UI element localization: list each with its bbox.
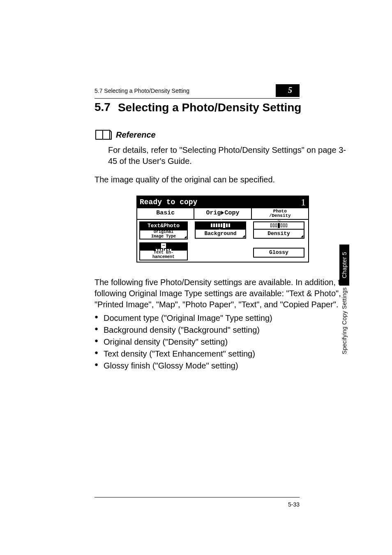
section-number: 5.7 [95, 101, 111, 114]
side-tab: Specifying Copy Settings Chapter 5 [339, 244, 349, 360]
corner-icon [184, 236, 187, 238]
lcd-tab-density-label: /Density [252, 214, 308, 218]
left-arrow-icon: ◁ [219, 219, 221, 223]
lcd-status-text: Ready to copy [140, 198, 197, 206]
page-number: 5-33 [288, 501, 300, 508]
lcd-tab-basic[interactable]: Basic [137, 208, 194, 219]
chapter-badge: 5 [276, 84, 300, 97]
lcd-tab-row: Basic OrigCopy Photo /Density [137, 208, 308, 220]
reference-heading: Reference [95, 129, 351, 141]
lcd-textphoto-indicator: Text&Photo [139, 221, 188, 230]
lcd-original-image-type-button[interactable]: Original Image Type [139, 230, 188, 240]
reference-label: Reference [116, 130, 156, 140]
after-paragraph: The following five Photo/Density setting… [95, 277, 351, 310]
lcd-tab-basic-label: Basic [156, 210, 175, 216]
lcd-background-label: Background [204, 231, 236, 237]
lcd-body: Text&Photo Original Image Type ◁ ▷ [137, 220, 308, 262]
meter-bars [270, 223, 287, 228]
lcd-tab-copy-label: Copy [224, 210, 239, 216]
lcd-tab-photo-density[interactable]: Photo /Density [252, 208, 308, 219]
lcd-tab-orig-copy[interactable]: OrigCopy [194, 208, 251, 219]
lcd-density-label: Density [267, 231, 290, 237]
list-item: Background density ("Background" setting… [95, 324, 351, 336]
list-item: Text density ("Text Enhancement" setting… [95, 348, 351, 360]
lcd-screenshot: Ready to copy 1 Basic OrigCopy Photo /De… [136, 196, 309, 263]
section-title: Selecting a Photo/Density Setting [118, 101, 302, 115]
list-item: Document type ("Original Image" Type set… [95, 312, 351, 324]
running-header: 5.7 Selecting a Photo/Density Setting 5 [95, 84, 300, 99]
intro-text: The image quality of the original can be… [95, 174, 351, 185]
lcd-background-button[interactable]: Background [195, 230, 246, 239]
page: 5.7 Selecting a Photo/Density Setting 5 … [0, 0, 392, 555]
lcd-density-meter: ◁ ▷ [253, 221, 304, 230]
lcd-original-line2: Image Type [151, 235, 176, 239]
meter-bars [211, 223, 230, 228]
content-area: 5.7 Selecting a Photo/Density Setting Re… [95, 101, 351, 372]
lcd-density-button[interactable]: Density [253, 230, 304, 239]
triangle-right-icon [221, 211, 224, 215]
lcd-tab-orig-label: Orig [206, 210, 221, 216]
lcd-textphoto-label: Text&Photo [148, 223, 180, 229]
lcd-glossy-label: Glossy [269, 250, 288, 256]
lcd-text-enhancement-meter: − + [139, 242, 188, 251]
corner-icon [301, 235, 303, 237]
lcd-tab-photo-label: Photo [252, 209, 308, 214]
side-tab-label: Specifying Copy Settings [341, 287, 348, 354]
book-icon [95, 129, 112, 141]
footer-rule [95, 497, 300, 497]
minus-icon: − [161, 243, 166, 248]
side-tab-chapter: Chapter 5 [339, 244, 349, 286]
list-item: Original density ("Density" setting) [95, 336, 351, 348]
lcd-background-meter: ◁ ▷ [195, 221, 246, 230]
running-header-text: 5.7 Selecting a Photo/Density Setting [95, 88, 189, 94]
lcd-text-enh-line2: hancement [152, 255, 175, 260]
lcd-text-enhancement-button[interactable]: Text En- hancement [139, 251, 188, 260]
lcd-status-bar: Ready to copy 1 [137, 196, 308, 208]
section-heading: 5.7 Selecting a Photo/Density Setting [95, 101, 351, 115]
corner-icon [242, 235, 245, 237]
reference-text: For details, refer to "Selecting Photo/D… [108, 145, 351, 167]
lcd-glossy-button[interactable]: Glossy [253, 248, 304, 258]
lcd-panel: Ready to copy 1 Basic OrigCopy Photo /De… [136, 196, 309, 263]
list-item: Glossy finish ("Glossy Mode" setting) [95, 360, 351, 372]
settings-list: Document type ("Original Image" Type set… [95, 312, 351, 372]
left-arrow-icon: ◁ [277, 219, 280, 223]
lcd-copy-count: 1 [301, 197, 306, 208]
